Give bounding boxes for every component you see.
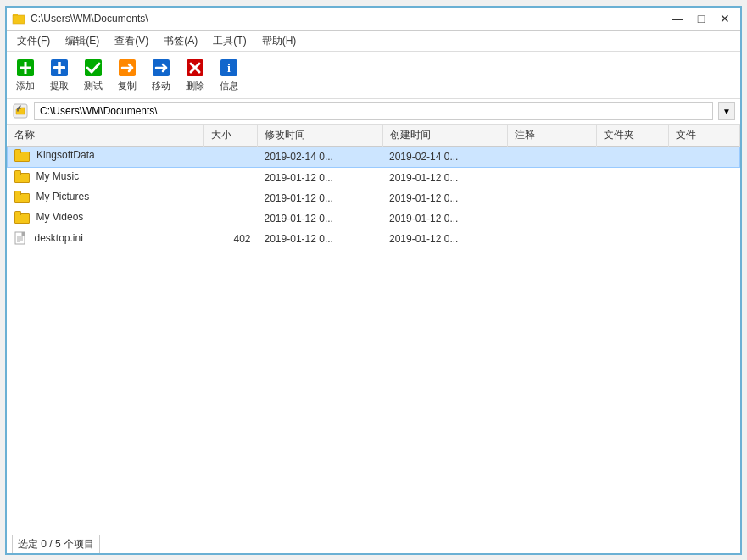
delete-icon	[185, 58, 205, 78]
address-bar: C:\Users\WM\Documents\ ▼	[7, 99, 740, 125]
copy-icon	[117, 58, 137, 78]
test-button[interactable]: 测试	[80, 58, 107, 92]
file-files-cell	[668, 229, 739, 250]
extract-label: 提取	[50, 80, 69, 92]
file-created-cell: 2019-02-14 0...	[382, 146, 508, 167]
file-folders-cell	[597, 208, 668, 229]
info-icon: i	[219, 58, 239, 78]
status-label: 选定 0 / 5 个项目	[18, 537, 94, 552]
file-created-cell: 2019-01-12 0...	[382, 229, 508, 250]
file-modified-cell: 2019-01-12 0...	[258, 208, 383, 229]
menu-tools[interactable]: 工具(T)	[206, 32, 253, 50]
file-icon: My Music	[14, 170, 80, 183]
menu-view[interactable]: 查看(V)	[108, 32, 155, 50]
file-icon: desktop.ini	[14, 231, 83, 245]
file-folders-cell	[597, 146, 668, 167]
extract-button[interactable]: 提取	[46, 58, 73, 92]
file-icon: KingsoftData	[14, 149, 95, 162]
col-header-files[interactable]: 文件	[668, 125, 739, 147]
toolbar: 添加 提取 测试	[7, 52, 740, 99]
menu-help[interactable]: 帮助(H)	[255, 32, 304, 50]
address-back-button[interactable]	[12, 103, 29, 119]
title-bar-left: C:\Users\WM\Documents\	[12, 12, 148, 25]
col-header-name[interactable]: 名称	[8, 125, 204, 147]
close-button[interactable]: ✕	[715, 10, 735, 27]
col-header-folders[interactable]: 文件夹	[597, 125, 668, 147]
file-files-cell	[668, 188, 739, 208]
file-created-cell: 2019-01-12 0...	[382, 167, 508, 188]
move-label: 移动	[152, 80, 170, 92]
svg-rect-9	[53, 66, 65, 69]
table-header-row: 名称 大小 修改时间 创建时间 注释 文件夹 文件	[8, 125, 740, 147]
file-list[interactable]: 名称 大小 修改时间 创建时间 注释 文件夹 文件 KingsoftData 2…	[7, 125, 740, 535]
menu-edit[interactable]: 编辑(E)	[59, 32, 106, 50]
table-row[interactable]: My Videos 2019-01-12 0...2019-01-12 0...	[8, 208, 740, 229]
col-header-created[interactable]: 创建时间	[382, 125, 508, 147]
file-comment-cell	[508, 167, 597, 188]
file-modified-cell: 2019-01-12 0...	[258, 188, 383, 208]
col-header-comment[interactable]: 注释	[508, 125, 597, 147]
window-title: C:\Users\WM\Documents\	[31, 13, 148, 25]
file-files-cell	[668, 208, 739, 229]
svg-rect-21	[22, 232, 25, 236]
main-window: C:\Users\WM\Documents\ — □ ✕ 文件(F) 编辑(E)…	[5, 6, 742, 555]
delete-label: 删除	[186, 80, 204, 92]
file-files-cell	[668, 167, 739, 188]
file-created-cell: 2019-01-12 0...	[382, 188, 508, 208]
table-row[interactable]: My Music 2019-01-12 0...2019-01-12 0...	[8, 167, 740, 188]
file-modified-cell: 2019-01-12 0...	[258, 167, 383, 188]
file-name-cell: My Music	[8, 167, 204, 188]
address-input-field[interactable]: C:\Users\WM\Documents\	[34, 102, 713, 120]
file-name-cell: desktop.ini	[8, 229, 204, 250]
file-comment-cell	[508, 146, 597, 167]
menu-bar: 文件(F) 编辑(E) 查看(V) 书签(A) 工具(T) 帮助(H)	[7, 31, 740, 52]
file-size-cell	[203, 208, 257, 229]
col-header-modified[interactable]: 修改时间	[258, 125, 383, 147]
move-icon	[151, 58, 171, 78]
info-label: 信息	[220, 80, 238, 92]
copy-button[interactable]: 复制	[114, 58, 141, 92]
file-files-cell	[668, 146, 739, 167]
maximize-button[interactable]: □	[691, 10, 711, 27]
file-size-cell	[203, 188, 257, 208]
info-button[interactable]: i 信息	[215, 58, 242, 92]
test-label: 测试	[84, 80, 103, 92]
copy-label: 复制	[118, 80, 137, 92]
status-text: 选定 0 / 5 个项目	[12, 535, 100, 553]
table-row[interactable]: desktop.ini 4022019-01-12 0...2019-01-12…	[8, 229, 740, 250]
move-button[interactable]: 移动	[148, 58, 175, 92]
file-icon: My Pictures	[14, 191, 90, 203]
add-button[interactable]: 添加	[12, 58, 39, 92]
minimize-button[interactable]: —	[667, 10, 688, 27]
file-folders-cell	[597, 188, 668, 208]
col-header-size[interactable]: 大小	[203, 125, 257, 147]
add-icon	[15, 58, 36, 78]
file-comment-cell	[508, 188, 597, 208]
menu-bookmarks[interactable]: 书签(A)	[157, 32, 204, 50]
test-icon	[83, 58, 103, 78]
file-size-cell	[203, 167, 257, 188]
file-folders-cell	[597, 229, 668, 250]
file-comment-cell	[508, 208, 597, 229]
menu-file[interactable]: 文件(F)	[10, 32, 57, 50]
address-path: C:\Users\WM\Documents\	[40, 105, 158, 117]
file-modified-cell: 2019-01-12 0...	[258, 229, 383, 250]
file-icon: My Videos	[14, 211, 84, 224]
file-name-cell: My Pictures	[8, 188, 204, 208]
table-row[interactable]: KingsoftData 2019-02-14 0...2019-02-14 0…	[8, 146, 740, 167]
svg-text:i: i	[227, 62, 231, 75]
address-dropdown-button[interactable]: ▼	[718, 102, 735, 120]
file-created-cell: 2019-01-12 0...	[382, 208, 508, 229]
file-modified-cell: 2019-02-14 0...	[258, 146, 383, 167]
table-row[interactable]: My Pictures 2019-01-12 0...2019-01-12 0.…	[8, 188, 740, 208]
add-label: 添加	[16, 80, 35, 92]
extract-icon	[49, 58, 70, 78]
window-icon	[12, 12, 25, 25]
file-name-cell: My Videos	[8, 208, 204, 229]
file-table: 名称 大小 修改时间 创建时间 注释 文件夹 文件 KingsoftData 2…	[7, 125, 740, 250]
title-controls: — □ ✕	[667, 10, 735, 27]
file-size-cell: 402	[203, 229, 257, 250]
delete-button[interactable]: 删除	[181, 58, 209, 92]
title-bar: C:\Users\WM\Documents\ — □ ✕	[7, 8, 740, 31]
file-folders-cell	[597, 167, 668, 188]
